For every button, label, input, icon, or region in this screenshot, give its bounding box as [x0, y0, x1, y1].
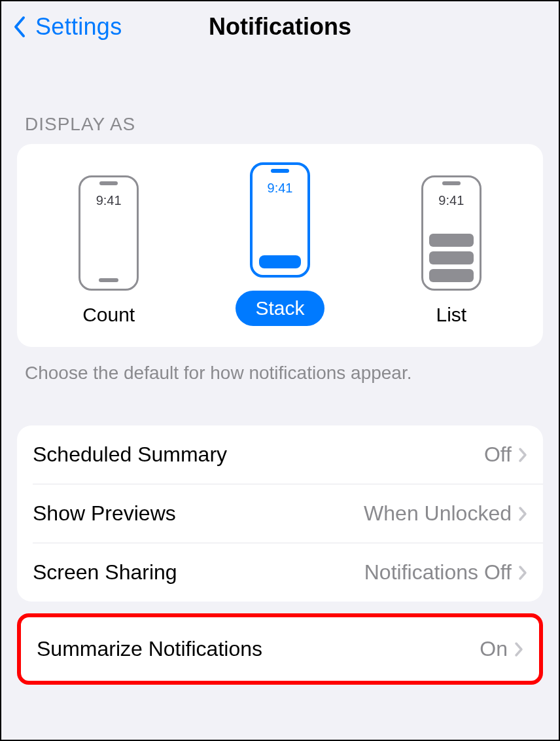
display-option-stack[interactable]: 9:41 Stack	[236, 162, 324, 326]
chevron-right-icon	[514, 642, 523, 657]
phone-preview-stack: 9:41	[250, 162, 310, 278]
display-as-header: DISPLAY AS	[1, 55, 559, 144]
row-show-previews[interactable]: Show Previews When Unlocked	[33, 484, 543, 543]
row-label: Screen Sharing	[33, 560, 364, 585]
row-label: Scheduled Summary	[33, 443, 484, 467]
row-label: Summarize Notifications	[37, 637, 480, 661]
highlighted-summarize-row: Summarize Notifications On	[17, 613, 543, 685]
phone-notch-icon	[442, 181, 461, 185]
chevron-right-icon	[518, 506, 527, 522]
list-indicator-icon	[429, 269, 474, 282]
display-option-list[interactable]: 9:41 List	[421, 175, 481, 326]
row-label: Show Previews	[33, 501, 364, 526]
phone-notch-icon	[271, 169, 289, 173]
chevron-left-icon	[12, 15, 26, 39]
option-label-list: List	[436, 304, 466, 326]
stack-indicator-icon	[259, 255, 301, 268]
phone-notch-icon	[99, 181, 118, 185]
row-summarize-notifications[interactable]: Summarize Notifications On	[21, 617, 539, 681]
back-button[interactable]: Settings	[12, 13, 122, 41]
phone-time: 9:41	[268, 181, 293, 196]
nav-bar: Settings Notifications	[1, 1, 559, 55]
list-indicator-icon	[429, 234, 474, 247]
option-label-count: Count	[82, 304, 135, 326]
display-as-footer: Choose the default for how notifications…	[1, 347, 559, 410]
phone-time: 9:41	[96, 193, 122, 208]
back-label: Settings	[35, 13, 122, 41]
count-indicator-icon	[99, 278, 118, 282]
row-value: On	[480, 637, 508, 661]
chevron-right-icon	[518, 565, 527, 581]
chevron-right-icon	[518, 447, 527, 463]
settings-list: Scheduled Summary Off Show Previews When…	[17, 425, 543, 602]
row-scheduled-summary[interactable]: Scheduled Summary Off	[17, 425, 543, 484]
display-as-card: 9:41 Count 9:41 Stack 9:41 List	[17, 144, 543, 347]
option-label-stack: Stack	[236, 291, 324, 326]
row-value: Notifications Off	[364, 560, 512, 585]
row-value: Off	[484, 443, 512, 467]
display-option-count[interactable]: 9:41 Count	[79, 175, 139, 326]
row-screen-sharing[interactable]: Screen Sharing Notifications Off	[33, 543, 543, 602]
list-indicator-icon	[429, 251, 474, 264]
phone-preview-count: 9:41	[79, 175, 139, 291]
row-value: When Unlocked	[364, 501, 512, 526]
phone-time: 9:41	[438, 193, 464, 208]
phone-preview-list: 9:41	[421, 175, 481, 291]
